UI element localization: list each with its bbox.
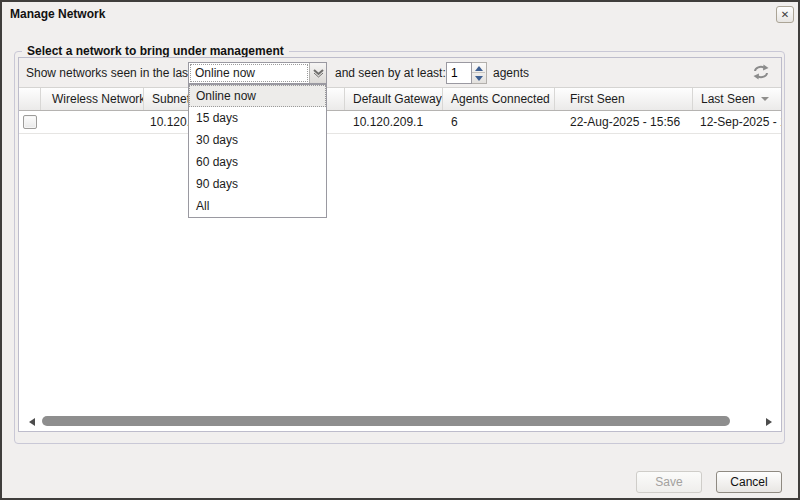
- cell-default-gateway: 10.120.209.1: [345, 111, 443, 133]
- filter-toolbar: Show networks seen in the last: Online n…: [19, 58, 781, 88]
- close-icon: ✕: [781, 9, 789, 20]
- agents-unit-label: agents: [493, 58, 529, 88]
- header-cell-default-gateway[interactable]: Default Gateway: [345, 88, 443, 110]
- sort-desc-icon: [761, 97, 769, 101]
- cell-first-seen: 22-Aug-2025 - 15:56: [555, 111, 693, 133]
- agents-count-input[interactable]: [446, 62, 472, 84]
- arrow-up-icon: [475, 66, 483, 71]
- header-cell-first-seen[interactable]: First Seen: [555, 88, 693, 110]
- refresh-button[interactable]: [752, 64, 772, 82]
- dropdown-option-60-days[interactable]: 60 days: [189, 151, 326, 173]
- scroll-left-button[interactable]: [29, 418, 35, 426]
- table-row[interactable]: 10.120. 10.120.209.1 6 22-Aug-2025 - 15:…: [19, 111, 781, 134]
- header-cell-last-seen[interactable]: Last Seen: [693, 88, 781, 110]
- header-cell-select[interactable]: [19, 88, 41, 110]
- refresh-icon: [752, 69, 770, 83]
- period-dropdown: Online now 15 days 30 days 60 days 90 da…: [188, 84, 327, 218]
- manage-network-dialog: Manage Network ✕ Select a network to bri…: [0, 0, 800, 500]
- cell-wireless-network: [41, 111, 144, 133]
- fieldset-legend: Select a network to bring under manageme…: [22, 44, 289, 58]
- dropdown-option-online-now[interactable]: Online now: [189, 85, 326, 107]
- header-cell-agents-connected[interactable]: Agents Connected: [443, 88, 555, 110]
- min-agents-label: and seen by at least:: [335, 58, 446, 88]
- dropdown-option-30-days[interactable]: 30 days: [189, 129, 326, 151]
- spinner-up-button[interactable]: [472, 63, 485, 73]
- agents-count-stepper: [472, 62, 487, 84]
- spinner-down-button[interactable]: [472, 73, 485, 83]
- arrow-down-icon: [475, 76, 483, 81]
- period-select[interactable]: Online now: [188, 62, 327, 84]
- period-select-value: Online now: [190, 64, 308, 82]
- dropdown-option-15-days[interactable]: 15 days: [189, 107, 326, 129]
- filter-label: Show networks seen in the last:: [26, 58, 195, 88]
- table-header: Wireless Network Subnet Default Gateway …: [19, 88, 781, 111]
- h-scrollbar: [19, 416, 781, 428]
- scroll-thumb[interactable]: [42, 416, 730, 426]
- cell-agents-connected: 6: [443, 111, 555, 133]
- dropdown-option-all[interactable]: All: [189, 195, 326, 217]
- save-button[interactable]: Save: [636, 471, 702, 493]
- close-button[interactable]: ✕: [776, 6, 794, 23]
- dropdown-option-90-days[interactable]: 90 days: [189, 173, 326, 195]
- row-checkbox[interactable]: [23, 115, 37, 129]
- scroll-right-button[interactable]: [766, 418, 772, 426]
- select-trigger-button[interactable]: [309, 63, 326, 83]
- cell-last-seen: 12-Sep-2025 - 1: [693, 111, 781, 133]
- cancel-button[interactable]: Cancel: [716, 471, 782, 493]
- dialog-title: Manage Network: [10, 7, 105, 21]
- network-table: Show networks seen in the last: Online n…: [18, 57, 782, 432]
- header-cell-wireless-network[interactable]: Wireless Network: [41, 88, 144, 110]
